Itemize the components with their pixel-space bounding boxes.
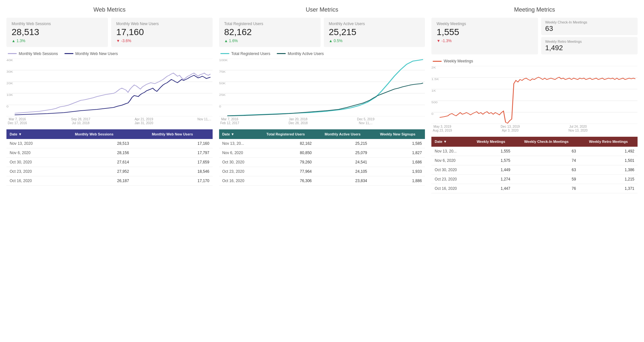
web-col-new-users[interactable]: Monthly Web New Users xyxy=(132,129,212,139)
user-table: Date ▼ Total Registered Users Monthly Ac… xyxy=(219,129,425,186)
web-legend-sessions-label: Monthly Web Sessions xyxy=(19,51,58,56)
svg-text:0: 0 xyxy=(431,113,434,116)
user-active-change: ▲ 0.5% xyxy=(329,39,420,43)
meeting-legend-weekly: Weekly Meetings xyxy=(433,59,473,63)
user-legend-active: Monthly Active Users xyxy=(277,51,324,56)
table-row: Oct 30, 2020 79,260 24,541 1,686 xyxy=(219,158,425,167)
user-active-value: 25,215 xyxy=(329,27,420,37)
web-x-axis: Mar 7, 2016Dec 17, 2016 Sep 28, 2017Jul … xyxy=(6,117,213,125)
svg-text:1K: 1K xyxy=(431,89,436,93)
user-metrics-section: User Metrics Total Registered Users 82,1… xyxy=(219,6,425,193)
table-row: Nov 6, 2020 28,156 17,797 xyxy=(6,148,213,158)
table-row: Oct 16, 2020 1,447 76 1,371 xyxy=(431,184,638,193)
user-legend-active-label: Monthly Active Users xyxy=(288,51,324,56)
table-row: Oct 16, 2020 76,306 23,834 1,886 xyxy=(219,176,425,186)
svg-text:20K: 20K xyxy=(6,82,13,85)
meeting-kpi-row: Weekly Meetings 1,555 ▼ -1.3% Weekly Che… xyxy=(431,18,638,54)
meeting-legend-weekly-label: Weekly Meetings xyxy=(444,59,473,63)
user-registered-value: 82,162 xyxy=(224,27,315,37)
meeting-kpi-weekly: Weekly Meetings 1,555 ▼ -1.3% xyxy=(431,18,538,54)
meeting-chart-container: 2K 1.5K 1K 500 0 May 3, 2019Aug 23, 2019… xyxy=(431,66,638,130)
user-kpi-registered: Total Registered Users 82,162 ▲ 1.6% xyxy=(219,18,321,47)
svg-text:75K: 75K xyxy=(219,70,226,73)
meeting-col-weekly[interactable]: Weekly Meetings xyxy=(468,137,514,146)
user-registered-change: ▲ 1.6% xyxy=(224,39,315,43)
user-x-axis: Mar 7, 2016Feb 12, 2017 Jan 20, 2018Dec … xyxy=(219,117,425,125)
svg-text:1.5K: 1.5K xyxy=(431,78,439,81)
web-legend: Monthly Web Sessions Monthly Web New Use… xyxy=(6,51,213,56)
web-new-users-change: ▼ -3.6% xyxy=(116,39,207,43)
web-table: Date ▼ Monthly Web Sessions Monthly Web … xyxy=(6,129,213,186)
meeting-retro-label: Weekly Retro Meetings xyxy=(545,40,634,43)
web-title: Web Metrics xyxy=(6,6,213,13)
table-row: Oct 30, 2020 1,449 63 1,386 xyxy=(431,165,638,174)
meeting-col-checkin[interactable]: Weekly Check-In Meetings xyxy=(514,137,579,146)
svg-text:30K: 30K xyxy=(6,70,13,73)
meeting-legend: Weekly Meetings xyxy=(431,59,638,63)
svg-text:0: 0 xyxy=(219,105,221,108)
web-legend-new-users-line xyxy=(64,53,73,54)
meeting-table: Date ▼ Weekly Meetings Weekly Check-In M… xyxy=(431,137,638,193)
web-legend-new-users-label: Monthly Web New Users xyxy=(75,51,118,56)
svg-text:0: 0 xyxy=(6,105,9,108)
svg-text:100K: 100K xyxy=(219,59,228,62)
table-row: Nov 13, 20... 1,555 63 1,492 xyxy=(431,147,638,156)
web-kpi-new-users: Monthly Web New Users 17,160 ▼ -3.6% xyxy=(111,18,213,47)
web-new-users-value: 17,160 xyxy=(116,27,207,37)
svg-text:50K: 50K xyxy=(219,82,226,85)
table-row: Nov 13, 2020 28,513 17,160 xyxy=(6,139,213,148)
meeting-col-date[interactable]: Date ▼ xyxy=(431,137,468,146)
web-sessions-value: 28,513 xyxy=(12,27,103,37)
web-new-users-label: Monthly Web New Users xyxy=(116,22,207,26)
meeting-metrics-section: Meeting Metrics Weekly Meetings 1,555 ▼ … xyxy=(431,6,638,193)
table-row: Nov 6, 2020 1,575 74 1,501 xyxy=(431,156,638,165)
table-row: Nov 6, 2020 80,850 25,079 1,827 xyxy=(219,148,425,158)
meeting-kpi-retro: Weekly Retro Meetings 1,492 xyxy=(541,37,638,54)
user-active-label: Monthly Active Users xyxy=(329,22,420,26)
meeting-kpi-right: Weekly Check-In Meetings 63 Weekly Retro… xyxy=(541,18,638,54)
web-metrics-section: Web Metrics Monthly Web Sessions 28,513 … xyxy=(6,6,213,193)
user-legend-active-line xyxy=(277,53,286,54)
user-col-date[interactable]: Date ▼ xyxy=(219,129,256,139)
user-col-signups[interactable]: Weekly New Signups xyxy=(370,129,425,139)
user-title: User Metrics xyxy=(219,6,425,13)
meeting-chart: 2K 1.5K 1K 500 0 xyxy=(431,66,638,124)
web-sessions-label: Monthly Web Sessions xyxy=(12,22,103,26)
web-kpi-row: Monthly Web Sessions 28,513 ▲ 1.3% Month… xyxy=(6,18,213,47)
svg-text:10K: 10K xyxy=(6,93,13,97)
meeting-kpi-checkin: Weekly Check-In Meetings 63 xyxy=(541,18,638,35)
table-row: Oct 16, 2020 26,187 17,170 xyxy=(6,176,213,186)
user-legend: Total Registered Users Monthly Active Us… xyxy=(219,51,425,56)
meeting-checkin-label: Weekly Check-In Meetings xyxy=(545,20,634,24)
user-legend-registered-label: Total Registered Users xyxy=(231,51,270,56)
user-chart-container: 100K 75K 50K 25K 0 Mar 7, 2016Feb 12, 20… xyxy=(219,59,425,123)
meeting-title: Meeting Metrics xyxy=(431,6,638,13)
user-col-active[interactable]: Monthly Active Users xyxy=(315,129,370,139)
web-sessions-change: ▲ 1.3% xyxy=(12,39,103,43)
user-chart: 100K 75K 50K 25K 0 xyxy=(219,59,425,116)
meeting-legend-weekly-line xyxy=(433,61,442,62)
meeting-col-retro[interactable]: Weekly Retro Meetings xyxy=(579,137,638,146)
svg-text:500: 500 xyxy=(431,101,437,104)
svg-text:25K: 25K xyxy=(219,93,226,97)
web-col-date[interactable]: Date ▼ xyxy=(6,129,56,139)
user-kpi-active: Monthly Active Users 25,215 ▲ 0.5% xyxy=(324,18,425,47)
web-col-sessions[interactable]: Monthly Web Sessions xyxy=(56,129,132,139)
web-legend-new-users: Monthly Web New Users xyxy=(64,51,118,56)
meeting-retro-value: 1,492 xyxy=(545,44,634,52)
dashboard: Web Metrics Monthly Web Sessions 28,513 … xyxy=(6,6,638,193)
table-row: Nov 13, 20... 82,162 25,215 1,585 xyxy=(219,139,425,148)
web-legend-sessions-line xyxy=(8,53,17,54)
user-registered-label: Total Registered Users xyxy=(224,22,315,26)
user-col-registered[interactable]: Total Registered Users xyxy=(256,129,315,139)
svg-text:40K: 40K xyxy=(6,59,13,62)
web-chart: 40K 30K 20K 10K 0 xyxy=(6,59,213,116)
web-chart-container: 40K 30K 20K 10K 0 Mar 7, 2016Dec 17, 201… xyxy=(6,59,213,123)
web-legend-sessions: Monthly Web Sessions xyxy=(8,51,58,56)
meeting-weekly-change: ▼ -1.3% xyxy=(437,39,533,43)
svg-text:2K: 2K xyxy=(431,66,436,69)
meeting-weekly-value: 1,555 xyxy=(437,27,533,37)
web-kpi-sessions: Monthly Web Sessions 28,513 ▲ 1.3% xyxy=(6,18,108,47)
table-row: Oct 23, 2020 27,952 18,546 xyxy=(6,167,213,176)
meeting-x-axis: May 3, 2019Aug 23, 2019 Dec 13, 2019Apr … xyxy=(431,125,638,132)
